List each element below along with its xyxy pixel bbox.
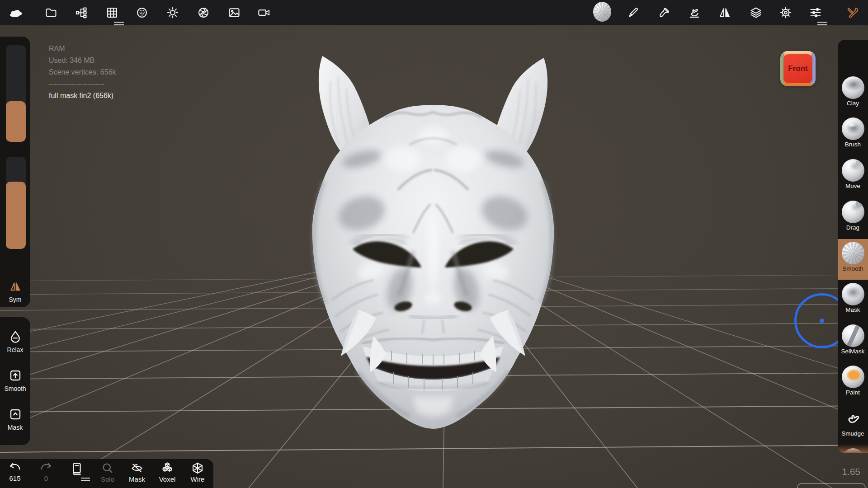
history-menu-button[interactable] (64, 462, 90, 481)
quick-tool-mask[interactable]: Mask (0, 408, 30, 432)
smooth-sphere-thumbnail (842, 242, 864, 264)
tool-drag[interactable]: Drag (838, 198, 868, 231)
ram-used: Used: 346 MB (49, 55, 116, 66)
tool-label: SelMask (838, 348, 868, 355)
mask-sphere-thumbnail (842, 283, 864, 305)
box-chevron-up-icon (9, 408, 22, 421)
nomad-logo-icon[interactable] (6, 4, 24, 22)
redo-count: 0 (33, 474, 59, 482)
quick-tool-relax[interactable]: Relax (0, 330, 30, 354)
oni-mask-model (0, 0, 868, 488)
drag-sphere-thumbnail (842, 201, 864, 223)
box-arrow-up-icon (9, 369, 22, 382)
postprocess-aperture-icon[interactable] (194, 4, 212, 22)
brush-sphere-thumbnail (842, 117, 864, 140)
wireframe-icon (191, 462, 204, 474)
tool-label: Clay (838, 100, 868, 107)
quick-tool-label: Relax (7, 346, 24, 353)
folder-icon[interactable] (42, 4, 60, 22)
voxel-label: Voxel (154, 475, 180, 483)
voxel-remesh-button[interactable]: Voxel (154, 462, 180, 483)
radius-slider[interactable] (6, 45, 26, 142)
brush-cursor-dot (820, 319, 824, 323)
layers-icon[interactable] (747, 4, 765, 22)
mesh-name: full mask fin2 (656k) (49, 90, 116, 102)
tool-preview-sphere[interactable] (593, 3, 611, 21)
redo-button[interactable]: 0 (33, 462, 59, 482)
tool-smooth-selected[interactable]: Smooth (838, 239, 868, 280)
mirror-symmetry-icon[interactable] (716, 4, 734, 22)
pen-stroke-icon[interactable] (624, 4, 642, 22)
material-sphere-icon[interactable] (133, 4, 151, 22)
stats-divider: ----------------------- (49, 78, 116, 90)
scene-stats: RAM Used: 346 MB Scene vertices: 656k --… (49, 43, 116, 102)
move-sphere-thumbnail (842, 159, 864, 182)
view-orientation-cube[interactable]: Front (780, 51, 816, 86)
tool-brush[interactable]: Brush (838, 115, 868, 148)
mask-label: Mask (124, 475, 150, 483)
smudge-hand-icon (842, 407, 864, 429)
undo-arrow-icon (9, 462, 21, 474)
tool-label: Smooth (838, 265, 868, 272)
tool-selmask[interactable]: SelMask (838, 322, 868, 355)
zoom-scale-readout: 1.65 (842, 466, 860, 477)
lighting-sun-icon[interactable] (164, 4, 182, 22)
viewport-canvas[interactable]: 1.65 (0, 0, 868, 488)
tool-mask[interactable]: Mask (838, 281, 868, 313)
history-submenu-indicator (81, 478, 90, 481)
sym-label: Sym (9, 296, 22, 303)
grid-icon[interactable] (103, 4, 121, 22)
clay-sphere-thumbnail (842, 76, 864, 99)
sliders-submenu-indicator[interactable] (817, 22, 827, 25)
solo-label: Solo (94, 475, 121, 483)
scene-vertices: Scene vertices: 656k (49, 66, 116, 78)
hand-stylus-icon[interactable] (685, 4, 703, 22)
debug-tools-wrench-icon[interactable] (844, 4, 862, 22)
ram-title: RAM (49, 43, 116, 55)
left-quick-tools: Relax Smooth Mask (0, 317, 30, 445)
paint-sphere-thumbnail (842, 366, 864, 388)
paint-brush-icon[interactable] (655, 4, 673, 22)
intensity-slider-fill (6, 182, 26, 249)
mask-visibility-toggle[interactable]: Mask (124, 462, 150, 483)
rail-bottom-fade (838, 444, 868, 453)
view-cube-front-face[interactable]: Front (783, 54, 812, 83)
mask-eye-slash-icon (130, 462, 144, 474)
quick-tool-label: Smooth (4, 385, 26, 392)
solo-toggle[interactable]: Solo (94, 462, 121, 483)
quick-tool-smooth[interactable]: Smooth (0, 369, 30, 393)
history-book-icon (71, 462, 83, 476)
background-image-icon[interactable] (225, 4, 243, 22)
redo-arrow-icon (40, 462, 52, 474)
scene-graph-icon[interactable] (72, 4, 90, 22)
right-tool-rail: Clay Brush Move Drag Smooth Mask SelMask… (838, 40, 868, 453)
bottom-right-popup-edge (797, 483, 866, 488)
scene-sliders-icon[interactable] (807, 4, 825, 22)
tool-label: Move (838, 183, 868, 189)
symmetry-toggle[interactable]: Sym (0, 280, 30, 304)
wireframe-toggle[interactable]: Wire (184, 462, 211, 483)
grid-submenu-indicator[interactable] (114, 22, 124, 25)
tool-label: Drag (838, 224, 868, 231)
tool-clay[interactable]: Clay (838, 74, 868, 107)
bottom-toolbar: 615 0 Solo Mask Voxel Wire (0, 459, 213, 488)
drop-minus-icon (9, 330, 22, 343)
selmask-sphere-thumbnail (842, 324, 864, 347)
tool-move[interactable]: Move (838, 157, 868, 189)
quick-tool-label: Mask (8, 424, 23, 431)
settings-gear-icon[interactable] (777, 4, 795, 22)
camera-video-icon[interactable] (255, 4, 273, 22)
radius-slider-fill (6, 101, 26, 142)
undo-count: 615 (2, 474, 28, 482)
tool-label: Mask (838, 306, 868, 313)
solo-magnifier-icon (101, 462, 114, 474)
undo-button[interactable]: 615 (2, 462, 28, 482)
intensity-slider[interactable] (6, 157, 26, 249)
tool-paint[interactable]: Paint (838, 363, 868, 396)
wire-label: Wire (184, 475, 211, 483)
tool-smudge[interactable]: Smudge (838, 404, 868, 437)
tool-label: Paint (838, 389, 868, 396)
tool-label: Smudge (838, 430, 868, 437)
sym-mirror-icon (9, 280, 22, 293)
tool-label: Brush (838, 141, 868, 148)
